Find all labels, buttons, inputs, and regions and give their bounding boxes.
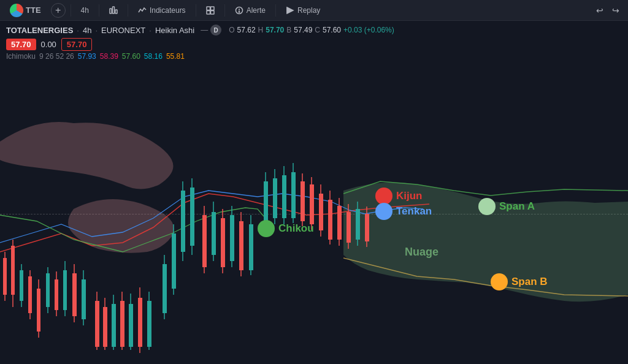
ichi-params: 9 26 52 26 bbox=[39, 52, 74, 61]
tenkan-dot bbox=[375, 203, 392, 220]
add-button[interactable]: + bbox=[51, 3, 66, 18]
chikou-annotation: Chikou bbox=[258, 220, 314, 237]
svg-rect-2 bbox=[115, 10, 117, 13]
svg-point-9 bbox=[239, 11, 239, 12]
chart-exchange: EURONEXT bbox=[101, 26, 145, 35]
spana-annotation: Span A bbox=[478, 198, 535, 215]
tenkan-annotation: Tenkan bbox=[375, 203, 432, 220]
timeframe-button[interactable]: 4h bbox=[76, 4, 94, 17]
nuage-label-text: Nuage bbox=[405, 246, 438, 259]
chart-title-row: TOTALENERGIES · 4h · EURONEXT · Heikin A… bbox=[6, 25, 622, 36]
price-badges: 57.70 0.00 57.70 bbox=[6, 38, 622, 51]
ichi-v3: 57.60 bbox=[122, 52, 140, 61]
current-price-badge: 57.70 bbox=[6, 39, 36, 50]
alert-icon bbox=[235, 6, 243, 15]
chart-header: TOTALENERGIES · 4h · EURONEXT · Heikin A… bbox=[0, 21, 628, 62]
bar-chart-icon bbox=[109, 6, 118, 15]
chart-type: Heikin Ashi bbox=[155, 26, 194, 35]
ohlc-values: O 57.62 H 57.70 B 57.49 C 57.60 +0.03 (+… bbox=[229, 26, 394, 34]
chart-area: Kijun Tenkan Chikou Span A Span B Nuage bbox=[0, 62, 628, 356]
svg-rect-0 bbox=[110, 9, 112, 13]
timeframe-label: 4h bbox=[81, 6, 89, 15]
alert-label: Alerte bbox=[247, 6, 266, 15]
ichi-label: Ichimoku bbox=[6, 52, 36, 61]
svg-rect-3 bbox=[207, 7, 210, 10]
divider-6 bbox=[275, 4, 276, 17]
indicators-icon bbox=[138, 6, 147, 15]
ichi-v1: 57.93 bbox=[78, 52, 96, 61]
kijun-annotation: Kijun bbox=[375, 188, 423, 205]
replay-label: Replay bbox=[297, 6, 320, 15]
svg-rect-6 bbox=[210, 10, 214, 14]
chart-timeframe: 4h bbox=[83, 26, 91, 35]
divider-1 bbox=[71, 4, 71, 17]
spana-dot bbox=[478, 198, 496, 215]
ohlc-change: +0.03 (+0.06%) bbox=[343, 26, 394, 34]
svg-rect-4 bbox=[210, 7, 214, 10]
logo-icon bbox=[10, 4, 23, 17]
chart-mode-badge: D bbox=[210, 25, 221, 36]
replay-button[interactable]: Replay bbox=[281, 4, 325, 17]
spanb-dot bbox=[491, 273, 508, 290]
chart-type-button[interactable] bbox=[104, 4, 123, 17]
chikou-label-text: Chikou bbox=[278, 222, 314, 235]
divider-3 bbox=[128, 4, 128, 17]
spanb-label-text: Span B bbox=[511, 276, 548, 288]
ichimoku-row: Ichimoku 9 26 52 26 57.93 58.39 57.60 58… bbox=[6, 52, 622, 61]
kijun-label-text: Kijun bbox=[396, 190, 423, 202]
nuage-annotation: Nuage bbox=[405, 246, 438, 259]
logo: TTE bbox=[5, 4, 46, 17]
open-value: 57.62 bbox=[237, 26, 256, 34]
tenkan-label-text: Tenkan bbox=[396, 205, 432, 218]
ichi-v5: 55.81 bbox=[166, 52, 185, 61]
close-value: 57.60 bbox=[323, 26, 341, 34]
divider-5 bbox=[224, 4, 225, 17]
chikou-dot bbox=[258, 220, 275, 237]
indicators-button[interactable]: Indicateurs bbox=[133, 4, 191, 17]
chart-symbol: TOTALENERGIES bbox=[6, 26, 73, 35]
low-value: 57.49 bbox=[294, 26, 312, 34]
replay-icon bbox=[286, 6, 294, 15]
kijun-dot bbox=[375, 188, 392, 205]
divider-4 bbox=[196, 4, 196, 17]
divider-2 bbox=[99, 4, 99, 17]
svg-rect-1 bbox=[112, 7, 114, 13]
indicators-label: Indicateurs bbox=[150, 6, 186, 15]
svg-rect-5 bbox=[207, 10, 210, 14]
spanb-annotation: Span B bbox=[491, 273, 548, 290]
spana-label-text: Span A bbox=[499, 200, 535, 213]
change-neutral: 0.00 bbox=[39, 39, 59, 50]
layout-button[interactable] bbox=[201, 4, 220, 17]
ichi-v4: 58.16 bbox=[144, 52, 163, 61]
price-outline-badge: 57.70 bbox=[61, 38, 93, 51]
redo-button[interactable]: ↪ bbox=[608, 3, 623, 18]
toolbar: TTE + 4h Indicateurs bbox=[0, 0, 628, 21]
ichi-v2: 58.39 bbox=[100, 52, 118, 61]
svg-marker-10 bbox=[287, 7, 293, 13]
alert-button[interactable]: Alerte bbox=[230, 4, 270, 17]
layout-icon bbox=[206, 6, 215, 15]
high-value: 57.70 bbox=[266, 26, 284, 34]
undo-redo-group: ↩ ↪ bbox=[592, 3, 623, 18]
logo-text: TTE bbox=[26, 6, 41, 15]
undo-button[interactable]: ↩ bbox=[592, 3, 607, 18]
